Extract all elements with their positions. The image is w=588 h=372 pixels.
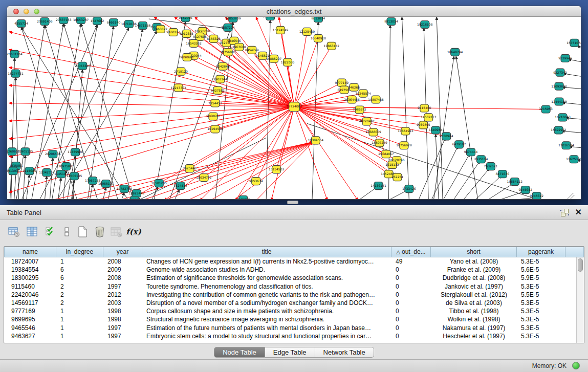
graph-node-label: 9939895 <box>417 123 430 126</box>
table-cell: Structural magnetic resonance image aver… <box>142 315 391 323</box>
table-cell: 6 <box>56 266 103 274</box>
table-cell: 19384554 <box>4 266 56 274</box>
table-cell: 5.3E-5 <box>517 332 565 340</box>
graph-edge <box>453 161 480 199</box>
graph-node-label: 15751074 <box>567 41 581 45</box>
show-columns-icon[interactable] <box>26 225 39 238</box>
table-settings-icon[interactable] <box>7 225 20 238</box>
row-height-icon[interactable] <box>60 225 74 238</box>
table-cell: 2008 <box>103 274 142 282</box>
graph-node-label: 1733426 <box>402 187 416 190</box>
resize-grip[interactable] <box>568 193 575 199</box>
function-builder-icon[interactable]: f(x) <box>127 225 140 238</box>
graph-node-label: 9777169 <box>335 81 349 84</box>
graph-node-label: 15885207 <box>266 57 282 60</box>
graph-edge <box>456 56 478 199</box>
panel-divider-handle[interactable] <box>287 201 298 204</box>
graph-edge <box>294 107 328 199</box>
table-cell: 0 <box>391 274 431 282</box>
graph-node-label: 1822036 <box>281 60 295 64</box>
graph-edge <box>474 176 502 199</box>
table-cell: 14569117 <box>4 299 56 307</box>
graph-node-label: 20053346 <box>75 64 91 68</box>
graph-node-label: 9242848 <box>216 64 230 68</box>
graph-edge <box>497 191 525 199</box>
graph-node-label: 12444159 <box>551 100 567 103</box>
column-header-short[interactable]: short <box>431 247 517 257</box>
table-cell: 0 <box>391 332 431 340</box>
graph-node-label: 7524518 <box>173 184 187 187</box>
graph-node-label: 9860602 <box>206 114 220 118</box>
tab-network-table[interactable]: Network Table <box>315 347 374 358</box>
graph-edge <box>294 107 358 199</box>
table-row[interactable]: 2242004622012Investigating the contribut… <box>4 291 576 299</box>
float-window-icon[interactable] <box>561 209 569 216</box>
table-panel-header: Table Panel ✕ <box>0 205 588 220</box>
network-canvas[interactable]: 1872400743557242069140620837183106532871… <box>7 17 581 199</box>
table-panel: Table Panel ✕ <box>0 205 588 372</box>
column-header-year[interactable]: year <box>103 247 142 257</box>
table-row[interactable]: 1456911722003Disruption of a novel membe… <box>4 299 576 307</box>
graph-node-label: 10688609 <box>365 130 381 134</box>
table-row[interactable]: 1938455462009Genome-wide association stu… <box>4 266 576 274</box>
graph-node-label: 7632621 <box>484 164 498 168</box>
table-cell: Dudbridge et al. (2008) <box>431 274 517 282</box>
table-cell: 0 <box>391 291 431 299</box>
window-titlebar[interactable]: citations_edges.txt <box>7 6 581 17</box>
table-row[interactable]: 969969511998Structural magnetic resonanc… <box>4 315 576 323</box>
graph-node-label: 7986372 <box>353 107 366 111</box>
import-table-icon[interactable] <box>110 225 123 238</box>
graph-node-label: 17359928 <box>68 150 83 154</box>
table-cell: Jankovic et al. (1997) <box>431 282 517 291</box>
graph-edge <box>294 32 307 107</box>
graph-edge <box>276 107 294 170</box>
table-row[interactable]: 977716911998Corpus callosum shape and si… <box>4 307 576 315</box>
scrollbar-thumb[interactable] <box>578 258 583 272</box>
table-row[interactable]: 1872400712008Changes of HCN gene express… <box>4 257 576 266</box>
table-cell: 1997 <box>103 324 142 332</box>
column-header-in_degree[interactable]: in_degree <box>56 247 103 257</box>
memory-ok-indicator[interactable] <box>572 362 580 369</box>
table-cell: 18300295 <box>4 274 56 282</box>
graph-node-label: 8912355 <box>180 32 193 35</box>
graph-node-label: 20206536 <box>45 152 61 156</box>
table-row[interactable]: 946362711997Embryonic stem cells: a mode… <box>4 332 576 340</box>
graph-node-label: 8427552 <box>211 89 225 92</box>
table-cell: 1 <box>56 307 103 315</box>
graph-node-label: 10753313 <box>127 198 143 199</box>
select-rows-icon[interactable] <box>44 225 57 238</box>
table-cell: 5.3E-5 <box>517 257 565 266</box>
create-table-icon[interactable] <box>76 225 89 238</box>
vertical-scrollbar[interactable] <box>576 257 584 343</box>
column-header-name[interactable]: name <box>4 247 56 257</box>
table-cell: 0 <box>391 299 431 307</box>
column-header-pagerank[interactable]: pagerank <box>517 247 565 257</box>
graph-node-label: 26364456 <box>344 98 360 101</box>
graph-node-label: 6479197 <box>452 142 466 146</box>
graph-node-label: 9358924 <box>440 134 453 138</box>
table-row[interactable]: 946554611997Estimation of the future num… <box>4 324 576 332</box>
graph-node-label: 19218506 <box>417 23 433 26</box>
graph-edge <box>138 138 266 199</box>
column-header-out_de[interactable]: △out_de... <box>391 247 431 257</box>
graph-node-label: 16501235 <box>151 181 167 185</box>
graph-node-label: 15975274 <box>263 17 278 18</box>
graph-node-label: 12125439 <box>299 30 315 33</box>
column-header-title[interactable]: title <box>142 247 391 257</box>
graph-node-label: 20691406 <box>37 19 53 23</box>
tab-edge-table[interactable]: Edge Table <box>265 347 315 358</box>
delete-table-icon[interactable] <box>93 225 106 238</box>
tab-node-table[interactable]: Node Table <box>214 347 265 358</box>
table-cell: 0 <box>391 266 431 274</box>
close-icon[interactable]: ✕ <box>575 207 582 217</box>
table-cell: 2009 <box>103 266 142 274</box>
table-cell: 9465546 <box>4 324 56 332</box>
table-row[interactable]: 1830029562008Estimation of significance … <box>4 274 576 282</box>
graph-node-label: 8613074 <box>312 17 325 20</box>
table-cell: 5.5E-5 <box>517 291 565 299</box>
table-row[interactable]: 911546021997Tourette syndrome. Phenomeno… <box>4 282 576 291</box>
table-cell: 1998 <box>103 307 142 315</box>
table-cell: 9777169 <box>4 307 56 315</box>
graph-node-label: 10756928 <box>396 143 412 147</box>
status-bar: Memory: OK <box>0 359 588 372</box>
